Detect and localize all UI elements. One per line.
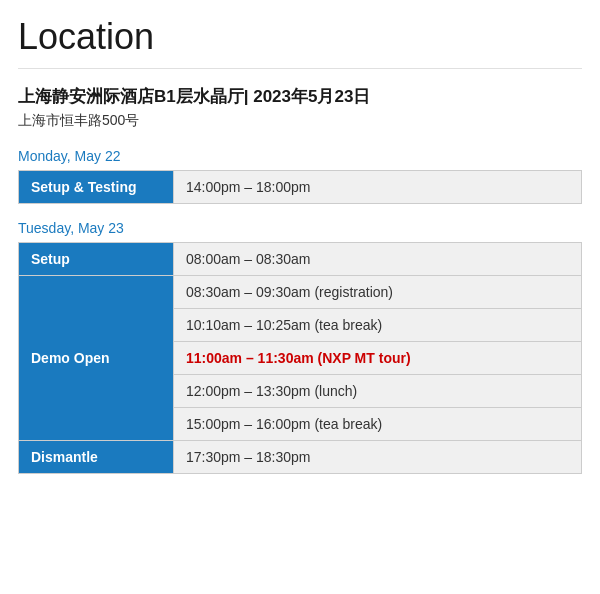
row-time: 08:30am – 09:30am (registration): [174, 276, 582, 309]
page-title: Location: [18, 16, 582, 69]
day-label: Tuesday, May 23: [18, 220, 582, 236]
row-label: Setup & Testing: [19, 171, 174, 204]
row-label: Demo Open: [19, 276, 174, 441]
schedule-table: Setup08:00am – 08:30amDemo Open08:30am –…: [18, 242, 582, 474]
row-time: 17:30pm – 18:30pm: [174, 441, 582, 474]
row-time: 14:00pm – 18:00pm: [174, 171, 582, 204]
row-time: 11:00am – 11:30am (NXP MT tour): [174, 342, 582, 375]
row-time: 10:10am – 10:25am (tea break): [174, 309, 582, 342]
row-label: Setup: [19, 243, 174, 276]
table-row: Setup & Testing14:00pm – 18:00pm: [19, 171, 582, 204]
table-row: Demo Open08:30am – 09:30am (registration…: [19, 276, 582, 309]
row-time: 08:00am – 08:30am: [174, 243, 582, 276]
venue-name: 上海静安洲际酒店B1层水晶厅| 2023年5月23日: [18, 85, 582, 108]
schedule-table: Setup & Testing14:00pm – 18:00pm: [18, 170, 582, 204]
table-row: Setup08:00am – 08:30am: [19, 243, 582, 276]
day-label: Monday, May 22: [18, 148, 582, 164]
row-time: 12:00pm – 13:30pm (lunch): [174, 375, 582, 408]
row-time: 15:00pm – 16:00pm (tea break): [174, 408, 582, 441]
table-row: Dismantle17:30pm – 18:30pm: [19, 441, 582, 474]
venue-address: 上海市恒丰路500号: [18, 112, 582, 130]
row-label: Dismantle: [19, 441, 174, 474]
